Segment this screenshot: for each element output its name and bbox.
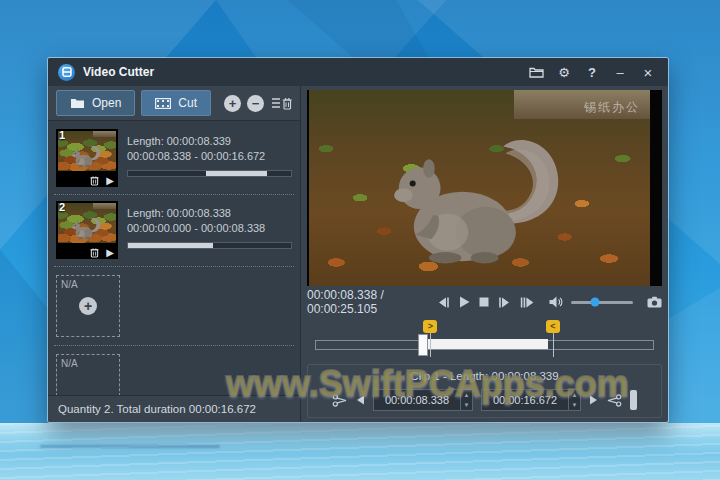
delete-clip-icon[interactable] xyxy=(90,247,99,258)
squirrel-graphic xyxy=(364,114,596,279)
step-forward-button[interactable] xyxy=(589,395,598,405)
window-title: Video Cutter xyxy=(83,65,154,79)
toolbar: Open Cut + − xyxy=(48,86,300,120)
fast-forward-button[interactable] xyxy=(520,297,535,308)
placeholder-box: N/A xyxy=(56,354,120,395)
open-button[interactable]: Open xyxy=(56,90,135,116)
clip-progress-fill xyxy=(128,243,213,248)
trim-edit-row: ▲ ▼ ▲ ▼ xyxy=(332,389,637,411)
start-time-field[interactable]: ▲ ▼ xyxy=(373,389,473,411)
playback-time-label: 00:00:08.338 / 00:00:25.105 xyxy=(307,288,437,316)
minimize-icon[interactable]: – xyxy=(610,62,630,82)
clip-range-label: 00:00:00.000 - 00:00:08.338 xyxy=(127,221,292,236)
clip-progress-bar xyxy=(127,242,292,249)
add-clip-button[interactable]: + xyxy=(224,95,241,112)
clip-length-label: Length: 00:00:08.338 xyxy=(127,206,292,221)
set-end-scissors-button[interactable] xyxy=(606,393,622,408)
clip-progress-fill xyxy=(206,171,266,176)
trim-timeline: > < xyxy=(307,317,662,361)
volume-slider-thumb[interactable] xyxy=(590,298,599,307)
clip-thumbnail[interactable]: 2 xyxy=(56,201,118,259)
start-time-spinner[interactable]: ▲ ▼ xyxy=(460,390,472,410)
wallpaper-water xyxy=(0,423,720,480)
thumbnail-image xyxy=(58,131,116,171)
squirrel-graphic xyxy=(67,208,106,242)
clip-progress-bar xyxy=(127,170,292,177)
delete-clip-icon[interactable] xyxy=(90,175,99,186)
cut-button[interactable]: Cut xyxy=(141,90,211,116)
clip-number: 2 xyxy=(59,201,65,213)
window-body: Open Cut + − xyxy=(48,86,668,422)
app-logo-icon xyxy=(58,64,75,81)
add-clip-slot-button[interactable]: + xyxy=(79,297,97,315)
clip-thumbnail[interactable]: 1 xyxy=(56,129,118,187)
titlebar[interactable]: Video Cutter ⚙ ? – × xyxy=(48,58,668,86)
start-tick xyxy=(430,331,431,357)
split-marker-button[interactable] xyxy=(630,390,637,410)
video-cutter-window: Video Cutter ⚙ ? – × xyxy=(48,58,668,422)
open-button-label: Open xyxy=(92,96,121,110)
spin-down-icon[interactable]: ▼ xyxy=(461,400,472,410)
video-frame xyxy=(309,90,650,286)
preview-panel: 锡纸办公 00:00:08.338 / 00:00:25.105 xyxy=(301,86,668,422)
clip-meta: Length: 00:00:08.339 00:00:08.338 - 00:0… xyxy=(127,129,292,187)
clip-range-label: 00:00:08.338 - 00:00:16.672 xyxy=(127,149,292,164)
clear-list-button[interactable] xyxy=(272,96,292,110)
timeline-playhead[interactable] xyxy=(418,334,428,356)
clip-length-label: Length: 00:00:08.339 xyxy=(127,134,292,149)
placeholder-slot-2: N/A xyxy=(54,346,294,395)
thumbnail-image xyxy=(58,203,116,243)
clip-item-2[interactable]: 2 xyxy=(54,195,294,267)
open-file-icon[interactable] xyxy=(526,62,546,82)
playback-controls: 00:00:08.338 / 00:00:25.105 xyxy=(307,289,662,315)
screen: Video Cutter ⚙ ? – × xyxy=(0,0,720,480)
clear-list-icon xyxy=(272,96,292,110)
placeholder-label: N/A xyxy=(61,358,78,369)
clip-number: 1 xyxy=(59,129,65,141)
settings-gear-icon[interactable]: ⚙ xyxy=(554,62,574,82)
play-clip-icon[interactable]: ▶ xyxy=(106,175,114,186)
end-time-input[interactable] xyxy=(482,390,568,410)
clip-meta: Length: 00:00:08.338 00:00:00.000 - 00:0… xyxy=(127,201,292,259)
squirrel-graphic xyxy=(67,136,106,170)
clip-list: 1 xyxy=(48,120,300,395)
video-overlay-watermark: 锡纸办公 xyxy=(584,99,640,116)
volume-icon[interactable] xyxy=(549,296,563,308)
end-time-spinner[interactable]: ▲ ▼ xyxy=(568,390,580,410)
placeholder-label: N/A xyxy=(61,279,78,290)
stop-button[interactable] xyxy=(479,297,489,307)
spin-up-icon[interactable]: ▲ xyxy=(569,390,580,400)
remove-clip-button[interactable]: − xyxy=(247,95,264,112)
clip-item-1[interactable]: 1 xyxy=(54,123,294,195)
selected-clip-label: Clip 1 - Length: 00:00:08.339 xyxy=(410,370,558,382)
end-tick xyxy=(553,331,554,357)
step-back-button[interactable] xyxy=(356,395,365,405)
folder-icon xyxy=(70,98,85,109)
cut-button-label: Cut xyxy=(178,96,197,110)
next-frame-button[interactable] xyxy=(498,297,511,308)
play-clip-icon[interactable]: ▶ xyxy=(106,247,114,258)
close-icon[interactable]: × xyxy=(638,62,658,82)
end-time-field[interactable]: ▲ ▼ xyxy=(481,389,581,411)
set-start-scissors-button[interactable] xyxy=(332,393,348,408)
play-button[interactable] xyxy=(459,296,470,308)
volume-slider[interactable] xyxy=(571,301,633,304)
snapshot-camera-button[interactable] xyxy=(647,296,662,308)
placeholder-box: N/A + xyxy=(56,275,120,337)
trim-start-handle[interactable]: > xyxy=(423,320,437,333)
trim-end-handle[interactable]: < xyxy=(546,320,560,333)
spin-down-icon[interactable]: ▼ xyxy=(569,400,580,410)
clip-edit-group: Clip 1 - Length: 00:00:08.339 xyxy=(307,364,662,418)
spin-up-icon[interactable]: ▲ xyxy=(461,390,472,400)
start-time-input[interactable] xyxy=(374,390,460,410)
status-bar: Quantity 2. Total duration 00:00:16.672 xyxy=(48,395,300,422)
clip-panel: Open Cut + − xyxy=(48,86,301,422)
timeline-selection[interactable] xyxy=(425,339,547,349)
video-preview[interactable]: 锡纸办公 xyxy=(307,90,662,286)
placeholder-slot-1: N/A + xyxy=(54,267,294,346)
status-text: Quantity 2. Total duration 00:00:16.672 xyxy=(58,403,256,415)
previous-frame-button[interactable] xyxy=(437,297,450,308)
filmstrip-icon xyxy=(155,98,171,109)
help-icon[interactable]: ? xyxy=(582,62,602,82)
